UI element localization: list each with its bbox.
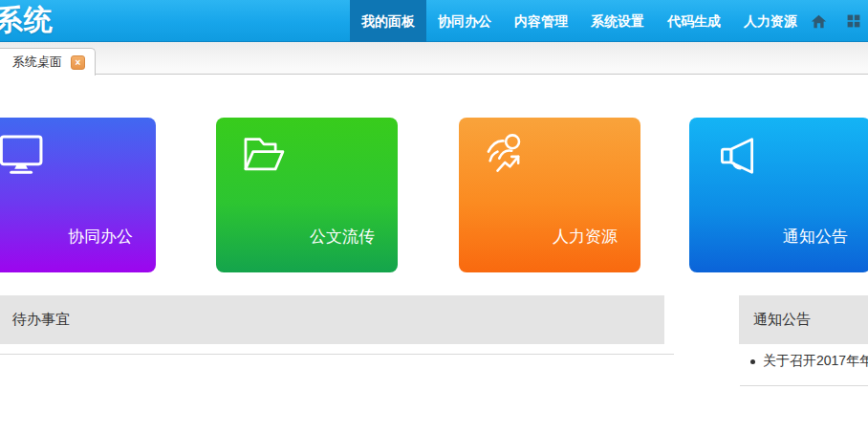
- tile-label: 公文流传: [310, 226, 375, 248]
- grid-icon[interactable]: [846, 13, 862, 30]
- todo-panel-header: 待办事宜: [0, 295, 664, 344]
- tile-hr[interactable]: 人力资源: [459, 118, 640, 272]
- todo-panel-title: 待办事宜: [12, 311, 70, 329]
- folder-open-icon: [239, 131, 289, 181]
- main-nav: 我的面板 协同办公 内容管理 系统设置 代码生成 人力资源: [350, 0, 809, 42]
- tab-strip: 系统桌面 ×: [0, 42, 868, 75]
- nav-item-collab-office[interactable]: 协同办公: [426, 0, 503, 42]
- megaphone-icon: [712, 131, 762, 181]
- app-window: 系统 我的面板 协同办公 内容管理 系统设置 代码生成 人力资源: [0, 0, 868, 434]
- todo-panel-divider: [0, 354, 674, 355]
- tab-strip-border: [0, 74, 868, 75]
- nav-item-my-dashboard[interactable]: 我的面板: [350, 0, 426, 42]
- tile-label: 通知公告: [783, 226, 848, 248]
- nav-item-content-mgmt[interactable]: 内容管理: [503, 0, 579, 42]
- tile-label: 协同办公: [68, 226, 133, 248]
- notice-panel-divider: [740, 385, 868, 386]
- nav-item-hr[interactable]: 人力资源: [732, 0, 809, 42]
- header-icon-group: [811, 0, 862, 42]
- notice-item-text: 关于召开2017年年: [763, 353, 868, 370]
- tile-collab-office[interactable]: 协同办公: [0, 118, 156, 272]
- nav-item-code-gen[interactable]: 代码生成: [656, 0, 732, 42]
- nav-item-system-settings[interactable]: 系统设置: [579, 0, 656, 42]
- top-header-bar: 系统 我的面板 协同办公 内容管理 系统设置 代码生成 人力资源: [0, 0, 868, 42]
- monitor-icon: [0, 131, 47, 181]
- notice-panel-header: 通知公告: [739, 295, 868, 344]
- tile-notices[interactable]: 通知公告: [689, 118, 868, 272]
- home-icon[interactable]: [811, 13, 827, 30]
- bullet-icon: [750, 359, 755, 364]
- tile-label: 人力资源: [553, 226, 618, 248]
- tile-document-flow[interactable]: 公文流传: [216, 118, 398, 272]
- person-activity-icon: [482, 131, 532, 181]
- app-logo: 系统: [0, 1, 54, 40]
- tab-system-desktop[interactable]: 系统桌面 ×: [0, 48, 96, 76]
- notice-list-item[interactable]: 关于召开2017年年: [750, 353, 868, 370]
- tab-close-icon[interactable]: ×: [71, 55, 85, 70]
- tab-label: 系统桌面: [12, 54, 62, 71]
- notice-panel-title: 通知公告: [753, 311, 811, 329]
